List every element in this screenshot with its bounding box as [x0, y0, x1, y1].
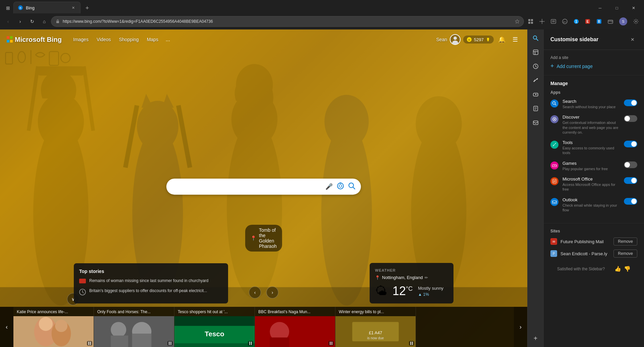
carousel-next-arrow[interactable]: › — [266, 286, 278, 298]
sidebar-icon-collections[interactable] — [530, 46, 542, 58]
svg-text:A+: A+ — [563, 20, 567, 23]
carousel-item-3[interactable]: BBC Breakfast's Naga Mun... — [255, 307, 335, 347]
story-item-0[interactable]: Remains of woman missing since last summ… — [79, 278, 223, 285]
bing-avatar[interactable] — [450, 34, 461, 45]
new-tab-button[interactable]: + — [82, 3, 93, 13]
svg-point-54 — [337, 183, 343, 189]
carousel-item-img-2: Tesco — [174, 316, 255, 347]
1password-icon[interactable]: 1 — [571, 16, 582, 27]
search-input[interactable] — [172, 184, 321, 190]
bing-header: Microsoft Bing Images Videos Shopping Ma… — [0, 29, 527, 50]
carousel-pause-1[interactable] — [167, 341, 173, 346]
games-app-toggle[interactable] — [624, 161, 637, 168]
wallet-icon[interactable] — [605, 16, 616, 27]
edge-extension-icon[interactable]: E — [582, 16, 593, 27]
carousel-item-1[interactable]: Only Fools and Horses: The... — [94, 307, 174, 347]
maximize-button[interactable]: □ — [609, 3, 625, 13]
profile-button[interactable]: S — [616, 16, 630, 27]
svg-point-105 — [555, 165, 556, 166]
sidebar-icon-search[interactable] — [530, 32, 542, 44]
bing-rewards[interactable]: R 5297 — [463, 36, 494, 44]
carousel-item-title-2: Tesco shoppers hit out at '... — [174, 307, 255, 316]
feedback-row: Satisfied with the Sidebar? 👍 👎 — [550, 262, 637, 276]
sidebar-icon-history[interactable] — [530, 60, 542, 72]
bing-notifications-bell[interactable]: 🔔 — [496, 34, 507, 45]
svg-point-22 — [635, 21, 637, 22]
visual-search-icon[interactable] — [337, 182, 344, 191]
bing-page: Microsoft Bing Images Videos Shopping Ma… — [0, 29, 527, 347]
search-app-icon — [550, 99, 558, 108]
tab-favicon: B — [18, 5, 23, 10]
tab-title: Bing — [26, 5, 67, 10]
carousel-pause-4[interactable] — [409, 341, 414, 346]
carousel-next-button[interactable]: › — [514, 307, 527, 347]
nav-images[interactable]: Images — [70, 35, 92, 44]
svg-rect-6 — [528, 22, 530, 24]
back-button[interactable]: ‹ — [3, 16, 13, 27]
apps-label: Apps — [550, 90, 637, 95]
nav-videos[interactable]: Videos — [93, 35, 114, 44]
app-item-office: Microsoft Office Access Microsoft Office… — [550, 177, 637, 192]
outlook-app-icon — [550, 198, 558, 206]
future-remove-button[interactable]: Remove — [613, 237, 637, 246]
svg-rect-26 — [38, 66, 84, 75]
svg-line-84 — [536, 39, 538, 41]
search-app-name: Search — [562, 99, 620, 104]
toolbar-icons: A+ 1 E B S — [525, 16, 641, 27]
sidebar-icon-tools[interactable] — [530, 74, 542, 86]
nav-maps[interactable]: Maps — [144, 35, 162, 44]
refresh-button[interactable]: ↻ — [27, 16, 38, 27]
like-button[interactable]: 👍 — [614, 266, 621, 272]
settings-button[interactable] — [631, 16, 641, 27]
outlook-app-toggle[interactable] — [624, 198, 637, 205]
carousel-item-2[interactable]: Tesco shoppers hit out at '... Tesco — [174, 307, 255, 347]
carousel-prev-button[interactable]: ‹ — [0, 307, 13, 347]
carousel-pause-0[interactable] — [87, 341, 92, 346]
star-icon[interactable] — [515, 19, 520, 24]
tab-grid-button[interactable]: ⊞ — [3, 3, 13, 13]
carousel-pause-2[interactable] — [248, 341, 253, 346]
tools-app-name: Tools — [562, 140, 620, 145]
home-button[interactable]: ⌂ — [39, 16, 50, 27]
reader-view-button[interactable] — [548, 16, 559, 27]
address-bar[interactable]: https://www.bing.com/?toWww=1&redig=F1AA… — [51, 16, 524, 27]
close-button[interactable]: ✕ — [626, 3, 641, 13]
bing-icon[interactable]: B — [594, 16, 604, 27]
extensions-icon2[interactable] — [537, 16, 547, 27]
carousel-pause-3[interactable] — [328, 341, 334, 346]
level-icon[interactable]: A+ — [559, 16, 570, 27]
search-app-toggle[interactable] — [624, 99, 637, 106]
minimize-button[interactable]: ─ — [592, 3, 608, 13]
forward-button[interactable]: › — [15, 16, 25, 27]
carousel-item-0[interactable]: Katie Price announces life-... — [13, 307, 94, 347]
tab-close-button[interactable]: ✕ — [70, 5, 76, 11]
app-item-outlook: Outlook Check email while staying in you… — [550, 197, 637, 213]
site-item-future: ✉ Future Publishing Mail Remove — [550, 237, 637, 246]
dislike-button[interactable]: 👎 — [624, 266, 631, 272]
carousel-prev-arrow[interactable]: ‹ — [249, 286, 261, 298]
add-current-page-button[interactable]: + Add current page — [550, 63, 637, 70]
sidebar-icon-outlook[interactable] — [530, 117, 542, 129]
office-app-toggle[interactable] — [624, 177, 637, 184]
search-button[interactable] — [348, 182, 356, 191]
weather-edit-button[interactable]: ✏ — [425, 275, 428, 280]
sidebar-icon-games[interactable] — [530, 88, 542, 100]
svg-rect-85 — [533, 50, 538, 55]
nav-shopping[interactable]: Shopping — [115, 35, 142, 44]
svg-point-92 — [537, 94, 537, 95]
parse-remove-button[interactable]: Remove — [613, 250, 637, 258]
extensions-button[interactable] — [525, 16, 536, 27]
active-tab[interactable]: B Bing ✕ — [13, 2, 80, 13]
story-item-1[interactable]: Britain's biggest suppliers to offer dis… — [79, 288, 223, 295]
nav-more[interactable]: ... — [163, 35, 173, 44]
tools-app-toggle[interactable] — [624, 141, 637, 147]
sidebar-close-button[interactable]: ✕ — [628, 35, 637, 44]
sidebar-icon-office[interactable] — [530, 102, 542, 115]
svg-point-37 — [236, 64, 273, 106]
bing-menu-button[interactable]: ☰ — [510, 34, 521, 45]
weather-description: Mostly sunny — [418, 286, 443, 291]
add-sidebar-button[interactable]: + — [530, 332, 542, 344]
carousel-item-4[interactable]: Winter energy bills to pl... £1 A47 is n… — [335, 307, 416, 347]
mic-icon[interactable]: 🎤 — [325, 183, 333, 190]
discover-app-toggle[interactable] — [624, 115, 637, 122]
